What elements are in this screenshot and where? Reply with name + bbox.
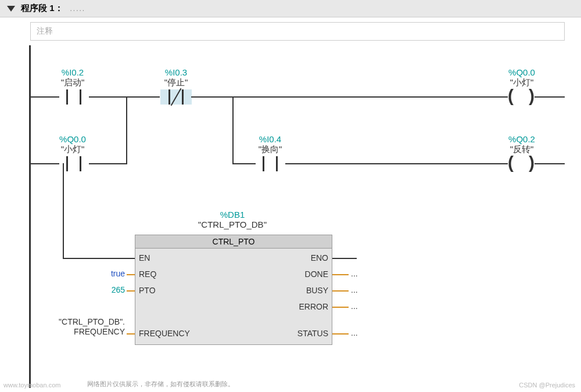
address: %Q0.0 — [496, 67, 548, 77]
wire — [191, 96, 508, 98]
no-contact[interactable] — [58, 89, 89, 105]
wire — [31, 96, 59, 98]
pin-wire — [332, 333, 349, 335]
fb-pin-frequency: FREQUENCY — [139, 329, 190, 338]
wire — [535, 163, 565, 164]
network-title: 程序段 1： — [21, 3, 63, 14]
contact-label: %I0.4 "换向" — [244, 134, 296, 155]
pin-value-req[interactable]: true — [96, 269, 125, 278]
network-header[interactable]: 程序段 1： ..... — [0, 0, 581, 17]
pin-wire — [332, 307, 349, 308]
fb-pin-pto: PTO — [139, 286, 156, 295]
fb-pin-req: REQ — [139, 269, 156, 279]
fb-pin-done: DONE — [305, 269, 328, 279]
symbol: "换向" — [244, 144, 296, 155]
wire — [232, 163, 256, 164]
pin-value-pto[interactable]: 265 — [96, 285, 125, 294]
wire — [63, 163, 64, 259]
output-coil[interactable] — [507, 89, 536, 105]
fb-instance-label: %DB1 "CTRL_PTO_DB" — [174, 210, 290, 229]
pin-wire — [127, 290, 135, 292]
pin-wire — [127, 333, 135, 335]
symbol: "停止" — [150, 77, 202, 88]
coil-label: %Q0.2 "反转" — [496, 134, 548, 155]
pin-wire — [332, 290, 349, 292]
symbol: "小灯" — [46, 144, 99, 155]
contact-label: %Q0.0 "小灯" — [46, 134, 99, 155]
pin-output-error[interactable]: ... — [351, 301, 358, 311]
pin-wire — [332, 274, 349, 275]
contact-label: %I0.2 "启动" — [46, 67, 99, 88]
fb-title: CTRL_PTO — [135, 235, 332, 249]
pin-wire — [127, 274, 135, 275]
wire — [89, 96, 160, 98]
address: %Q0.2 — [496, 134, 548, 144]
pin-value-frequency[interactable]: "CTRL_PTO_DB". FREQUENCY — [46, 317, 125, 337]
db-address: %DB1 — [174, 210, 290, 220]
symbol: "小灯" — [496, 77, 548, 88]
wire — [332, 258, 357, 259]
wire — [63, 258, 135, 259]
header-dots: ..... — [70, 5, 86, 13]
wire — [126, 96, 127, 163]
contact-label: %I0.3 "停止" — [150, 67, 202, 88]
pin-output-busy[interactable]: ... — [351, 285, 358, 294]
coil-label: %Q0.0 "小灯" — [496, 67, 548, 88]
fb-pin-status: STATUS — [297, 329, 328, 338]
fb-pin-busy: BUSY — [306, 286, 328, 295]
address: %I0.2 — [46, 67, 99, 77]
pin-output-status[interactable]: ... — [351, 328, 358, 337]
symbol: "启动" — [46, 77, 99, 88]
ladder-canvas[interactable]: %I0.2 "启动" %I0.3 "停止" %Q0.0 "小灯" %Q0.0 "… — [0, 45, 581, 391]
address: %I0.3 — [150, 67, 202, 77]
wire — [535, 96, 565, 98]
watermark-right: CSDN @Prejudices — [519, 382, 575, 389]
output-coil[interactable] — [507, 156, 536, 171]
address: %Q0.0 — [46, 134, 99, 144]
wire — [285, 163, 508, 164]
fb-body: EN REQ PTO FREQUENCY ENO DONE BUSY ERROR… — [135, 249, 332, 344]
symbol: "反转" — [496, 144, 548, 155]
wire — [232, 96, 234, 163]
wire — [31, 163, 59, 164]
fb-pin-eno: ENO — [311, 253, 328, 262]
address: %I0.4 — [244, 134, 296, 144]
collapse-triangle-icon[interactable] — [7, 6, 15, 12]
db-name: "CTRL_PTO_DB" — [174, 220, 290, 229]
watermark-left: www.toymoban.com — [3, 382, 60, 389]
wire — [89, 163, 127, 164]
fb-pin-error: ERROR — [299, 302, 328, 311]
watermark-note: 网络图片仅供展示，非存储，如有侵权请联系删除。 — [87, 380, 234, 389]
no-contact[interactable] — [254, 156, 286, 171]
pin-output-done[interactable]: ... — [351, 269, 358, 278]
function-block[interactable]: CTRL_PTO EN REQ PTO FREQUENCY ENO DONE B… — [135, 235, 332, 345]
fb-pin-en: EN — [139, 253, 150, 262]
comment-input[interactable]: 注释 — [30, 22, 565, 41]
nc-contact[interactable] — [160, 89, 192, 105]
